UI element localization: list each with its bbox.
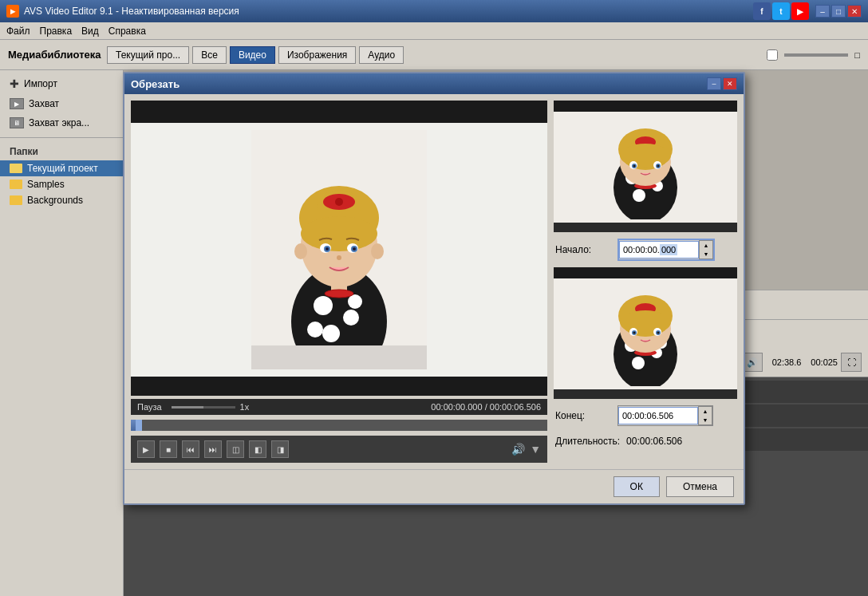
- progress-handle[interactable]: [136, 420, 142, 431]
- duration-value: 00:00:06.506: [626, 436, 682, 447]
- video-bottom-bar: [131, 377, 547, 396]
- svg-point-47: [632, 357, 645, 369]
- svg-point-41: [633, 164, 636, 167]
- end-label: Конец:: [555, 410, 611, 421]
- dialog-controls: – ✕: [707, 77, 737, 90]
- player-status: Пауза: [137, 402, 162, 412]
- player-controls: ▶ ■ ⏮ ⏭ ◫ ◧ ◨ 🔊 ▼: [131, 436, 547, 463]
- svg-rect-24: [251, 345, 427, 369]
- video-display: [131, 101, 547, 396]
- end-time-spinner: ▲ ▼: [698, 406, 712, 425]
- svg-point-14: [301, 216, 377, 251]
- trim-right-button[interactable]: ◨: [271, 440, 289, 458]
- ok-button[interactable]: ОК: [614, 476, 660, 497]
- start-time-input[interactable]: 00:00:00.000: [619, 241, 699, 259]
- start-time-spinner: ▲ ▼: [699, 240, 713, 259]
- speed-slider-fill: [172, 406, 203, 409]
- start-time-down[interactable]: ▼: [700, 250, 712, 259]
- svg-point-61: [657, 331, 660, 334]
- svg-point-19: [326, 247, 329, 251]
- end-time-down[interactable]: ▼: [699, 416, 712, 424]
- svg-point-4: [322, 325, 340, 342]
- play-button[interactable]: ▶: [137, 440, 155, 458]
- volume-icon: 🔊: [511, 443, 525, 456]
- svg-point-55: [620, 310, 671, 334]
- dialog-overlay: Обрезать – ✕: [0, 0, 868, 596]
- mark-in-button[interactable]: ◫: [227, 440, 244, 458]
- trim-left-button[interactable]: ◧: [249, 440, 266, 458]
- svg-point-20: [353, 247, 356, 251]
- svg-point-2: [314, 296, 333, 315]
- thumb2-bottom-bar: [554, 389, 737, 399]
- player-info-bar: Пауза 1x 00:00:00.000 / 00:00:06.506: [131, 399, 547, 415]
- dialog-close-button[interactable]: ✕: [723, 77, 737, 90]
- dialog-title: Обрезать: [131, 78, 180, 90]
- end-thumbnail: [554, 267, 737, 399]
- speed-control: 1x: [172, 402, 422, 412]
- duration-row: Длительность: 00:00:06.506: [554, 432, 737, 450]
- speed-label: 1x: [240, 402, 250, 412]
- time-current: 00:00:00.000: [431, 402, 482, 412]
- video-top-bar: [131, 101, 547, 123]
- svg-point-22: [294, 243, 307, 259]
- start-time-row: Начало: 00:00:00.000 ▲ ▼: [554, 235, 737, 264]
- time-display: 00:00:00.000 / 00:00:06.506: [431, 402, 541, 412]
- svg-point-42: [657, 164, 660, 167]
- dialog-body: Пауза 1x 00:00:00.000 / 00:00:06.506: [124, 94, 744, 469]
- progress-bar[interactable]: [131, 420, 547, 431]
- duration-label: Длительность:: [555, 436, 620, 447]
- end-time-input[interactable]: 00:00:06.506: [618, 407, 698, 424]
- svg-point-8: [325, 290, 353, 298]
- svg-point-3: [343, 310, 359, 326]
- end-thumb-svg: [582, 282, 709, 386]
- speed-slider-track: [172, 406, 235, 409]
- start-label: Начало:: [555, 244, 611, 255]
- svg-point-6: [307, 322, 323, 337]
- thumb2-top-bar: [554, 267, 737, 278]
- volume-down-icon[interactable]: ▼: [530, 443, 541, 456]
- svg-point-23: [371, 243, 384, 259]
- dialog-titlebar: Обрезать – ✕: [124, 73, 744, 94]
- next-button[interactable]: ⏭: [204, 440, 222, 458]
- prev-button[interactable]: ⏮: [182, 440, 199, 458]
- start-thumbnail: [554, 101, 737, 232]
- video-main-area: [131, 123, 547, 377]
- svg-point-60: [633, 331, 636, 334]
- svg-point-13: [335, 198, 343, 206]
- thumb-top-bar: [554, 101, 737, 112]
- end-thumb-area: [554, 278, 737, 389]
- end-time-input-container: 00:00:06.506 ▲ ▼: [617, 405, 713, 426]
- time-total: 00:00:06.506: [490, 402, 541, 412]
- dialog-minimize-button[interactable]: –: [707, 77, 721, 90]
- stop-button[interactable]: ■: [160, 440, 177, 458]
- start-time-up[interactable]: ▲: [700, 241, 712, 250]
- trim-dialog: Обрезать – ✕: [123, 72, 745, 505]
- start-time-input-container: 00:00:00.000 ▲ ▼: [617, 239, 715, 261]
- cancel-button[interactable]: Отмена: [666, 476, 734, 497]
- svg-point-36: [620, 144, 671, 168]
- end-time-up[interactable]: ▲: [699, 407, 712, 416]
- right-panel: Начало: 00:00:00.000 ▲ ▼: [554, 101, 737, 463]
- start-time-value: 00:00:00.: [623, 245, 660, 255]
- start-thumb-svg: [582, 116, 709, 219]
- dialog-footer: ОК Отмена: [124, 469, 744, 503]
- girl-svg: [251, 130, 427, 369]
- svg-point-21: [337, 255, 341, 260]
- thumb-bottom-bar: [554, 223, 737, 232]
- video-panel: Пауза 1x 00:00:00.000 / 00:00:06.506: [131, 101, 547, 463]
- start-thumb-area: [554, 112, 737, 223]
- end-time-row: Конец: 00:00:06.506 ▲ ▼: [554, 402, 737, 429]
- start-time-ms: 000: [660, 244, 677, 255]
- svg-point-29: [633, 189, 645, 202]
